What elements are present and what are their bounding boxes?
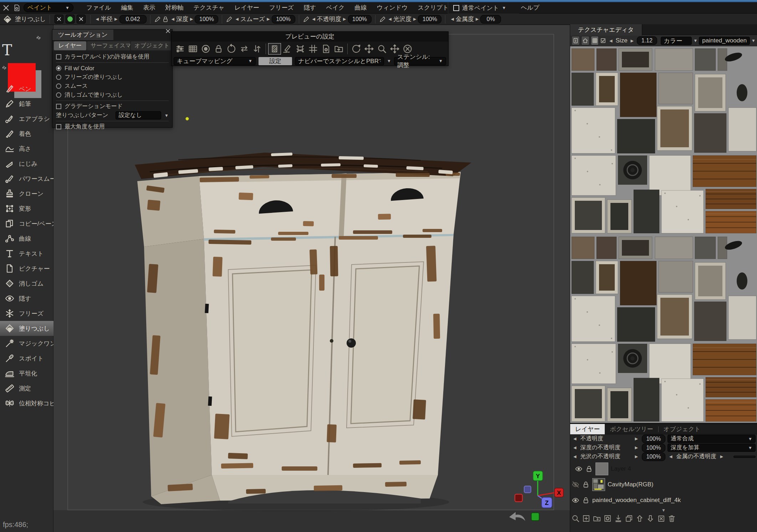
eye-icon[interactable] [575, 465, 583, 473]
radio[interactable] [56, 66, 61, 71]
texture-info-icon[interactable] [572, 36, 580, 45]
stencil-dropdown[interactable]: ナビバーでステンシルとPBRマ [295, 57, 384, 65]
depth-blend-dropdown[interactable]: 深度を加算 ▼ [668, 444, 756, 452]
swap-colors-icon[interactable] [0, 64, 9, 72]
lock-icon[interactable] [162, 16, 169, 23]
increment-arrow[interactable]: ▶ [633, 454, 639, 459]
collapse-arrow-icon[interactable]: ▼ [570, 508, 757, 513]
menu-item[interactable]: 曲線 [350, 2, 372, 13]
tab-objects[interactable]: オブジェクト [659, 424, 706, 434]
decrement-arrow[interactable]: ◀ [170, 17, 176, 21]
sidebar-tool[interactable]: マジックワンド [0, 336, 53, 351]
sidebar-tool[interactable]: 隠す [0, 291, 53, 306]
swap-horizontal-icon[interactable] [238, 43, 251, 55]
pencil-pressure-icon[interactable] [154, 16, 161, 23]
menu-item[interactable]: ヘルプ [516, 2, 544, 13]
increment-arrow[interactable]: ▶ [188, 17, 195, 21]
increment-arrow[interactable]: ▶ [411, 17, 418, 21]
decrement-arrow[interactable]: ◀ [234, 17, 240, 21]
search-icon[interactable] [571, 514, 580, 523]
metal-value[interactable]: 0% [480, 15, 501, 24]
pencil-pressure-icon[interactable] [379, 16, 386, 23]
pencil-pressure-icon[interactable] [226, 16, 233, 23]
sidebar-tool[interactable]: フリーズ [0, 306, 53, 321]
zoom-icon[interactable] [375, 43, 388, 55]
menu-item[interactable]: テクスチャ [189, 2, 230, 13]
increment-arrow[interactable]: ▶ [633, 436, 639, 441]
menu-item[interactable]: ファイル [81, 2, 116, 13]
menu-item[interactable]: 編集 [116, 2, 138, 13]
fill-mode-option[interactable]: Fill w/ Color [56, 64, 169, 73]
move-icon[interactable] [363, 43, 375, 55]
fill-mode-option[interactable]: フリーズの塗りつぶし [56, 73, 169, 82]
chevron-down-icon[interactable]: ▼ [502, 5, 506, 10]
decrement-arrow[interactable]: ◀ [572, 454, 578, 459]
gradient-mode-option[interactable]: グラデーションモード [56, 102, 169, 111]
save-card-icon[interactable] [319, 43, 332, 55]
add-layer-icon[interactable] [582, 514, 591, 523]
radio[interactable] [56, 75, 61, 80]
swap-vertical-icon[interactable] [251, 43, 264, 55]
gloss-opacity-value[interactable]: 100% [642, 452, 665, 461]
sidebar-tool[interactable]: 平坦化 [0, 366, 53, 381]
menu-item[interactable]: ベイク [321, 2, 349, 13]
menu-item[interactable]: 対称軸 [160, 2, 189, 13]
tab-layer[interactable]: レイヤー [54, 41, 86, 50]
texture-dropdown[interactable]: painted_wooden [699, 37, 750, 45]
close-icon[interactable] [165, 28, 171, 34]
move-down-icon[interactable] [646, 514, 655, 523]
layer-row[interactable]: CavityMap(RGB) [570, 477, 757, 492]
increment-arrow[interactable]: ▶ [718, 454, 725, 459]
lock-icon[interactable] [582, 481, 590, 488]
radio[interactable] [56, 83, 61, 89]
tab-surface-material[interactable]: サーフェイスマテ [87, 41, 130, 50]
paint-mode-checkbox[interactable] [453, 5, 459, 11]
sidebar-tool[interactable]: クローン [0, 186, 53, 201]
target-eye-icon[interactable] [199, 43, 212, 55]
checkbox[interactable] [56, 104, 61, 109]
sidebar-tool[interactable]: 高さ [0, 141, 53, 156]
green-dot-button[interactable] [66, 15, 75, 24]
sidebar-tool[interactable]: にじみ [0, 156, 53, 171]
increment-arrow[interactable]: ▶ [633, 445, 639, 450]
tab-voxel-tree[interactable]: ボクセルツリー [605, 424, 658, 434]
sidebar-tool[interactable]: 位相対称コピー [0, 396, 53, 411]
folder-up-icon[interactable] [332, 43, 345, 55]
sidebar-tool[interactable]: エアブラシ [0, 111, 53, 126]
import-icon[interactable] [614, 514, 623, 523]
sliders-icon[interactable] [174, 43, 186, 55]
decrement-arrow[interactable]: ◀ [311, 17, 317, 21]
sidebar-tool[interactable]: ペン [0, 81, 53, 96]
sidebar-tool[interactable]: テキスト [0, 246, 53, 261]
menu-item[interactable]: 隠す [299, 2, 321, 13]
decrement-arrow[interactable]: ◀ [94, 17, 101, 21]
increment-arrow[interactable]: ▶ [113, 17, 119, 21]
sidebar-tool[interactable]: ピクチャー [0, 261, 53, 276]
straight-grid-icon[interactable] [307, 43, 319, 55]
sidebar-tool[interactable]: 曲線 [0, 231, 53, 246]
sidebar-tool[interactable]: 着色 [0, 126, 53, 141]
warp-grid-icon[interactable] [294, 43, 307, 55]
reset-rotation-icon[interactable] [225, 43, 238, 55]
sidebar-tool[interactable]: パワースムーズ [0, 171, 53, 186]
sidebar-tool[interactable]: 変形 [0, 201, 53, 216]
home-icon[interactable] [581, 36, 589, 45]
eye-icon[interactable] [572, 496, 579, 504]
depth-value[interactable]: 100% [195, 15, 218, 24]
increment-arrow[interactable]: ▶ [341, 17, 348, 21]
max-angle-option[interactable]: 最大角度を使用 [56, 122, 169, 131]
sidebar-tool[interactable]: 塗りつぶし [0, 321, 53, 336]
size-increment[interactable]: ▶ [629, 39, 635, 43]
blend-mode-dropdown[interactable]: 通常合成 ▼ [668, 435, 756, 443]
duplicate-icon[interactable] [624, 514, 634, 523]
sidebar-tool[interactable]: 測定 [0, 381, 53, 396]
layer-row[interactable]: Layer 4 [570, 461, 757, 477]
mapping-dropdown[interactable]: キューブマッピング ▼ [174, 57, 256, 65]
move-up-icon[interactable] [635, 514, 644, 523]
metal-opacity-value[interactable] [733, 456, 756, 458]
radius-value[interactable]: 0.042 [119, 15, 147, 24]
gloss-value[interactable]: 100% [418, 15, 441, 24]
chevron-down-icon[interactable]: ▼ [387, 58, 391, 63]
increment-arrow[interactable]: ▶ [474, 17, 480, 21]
sidebar-tool[interactable]: スポイト [0, 351, 53, 366]
